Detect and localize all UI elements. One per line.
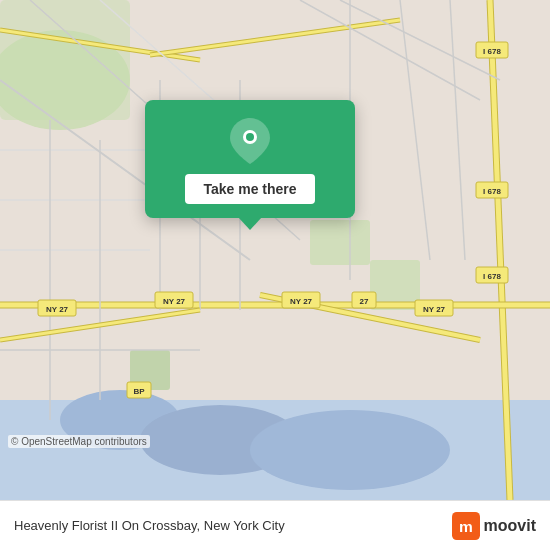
location-label: Heavenly Florist II On Crossbay, New Yor… (14, 518, 285, 533)
svg-text:NY 27: NY 27 (46, 305, 69, 314)
copyright-text: © OpenStreetMap contributors (8, 435, 150, 448)
map-container: NY 27 NY 27 NY 27 NY 27 27 I 678 I 678 I… (0, 0, 550, 500)
svg-text:NY 27: NY 27 (423, 305, 446, 314)
svg-rect-2 (0, 0, 130, 120)
bottom-bar: Heavenly Florist II On Crossbay, New Yor… (0, 500, 550, 550)
moovit-logo: m moovit (452, 512, 536, 540)
svg-text:NY 27: NY 27 (290, 297, 313, 306)
svg-text:BP: BP (133, 387, 145, 396)
take-me-there-button[interactable]: Take me there (185, 174, 314, 204)
svg-text:27: 27 (360, 297, 369, 306)
svg-text:I 678: I 678 (483, 187, 501, 196)
location-pin-icon (227, 118, 273, 164)
svg-text:I 678: I 678 (483, 272, 501, 281)
svg-text:I 678: I 678 (483, 47, 501, 56)
moovit-icon: m (452, 512, 480, 540)
svg-point-58 (246, 133, 254, 141)
popup-card: Take me there (145, 100, 355, 218)
svg-rect-3 (310, 220, 370, 265)
svg-text:NY 27: NY 27 (163, 297, 186, 306)
svg-point-9 (250, 410, 450, 490)
moovit-brand-text: moovit (484, 517, 536, 535)
svg-text:m: m (459, 518, 473, 535)
map-background: NY 27 NY 27 NY 27 NY 27 27 I 678 I 678 I… (0, 0, 550, 500)
